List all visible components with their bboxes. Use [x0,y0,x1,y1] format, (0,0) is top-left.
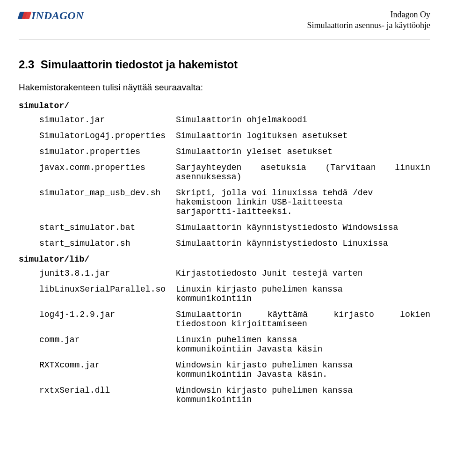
company-name: Indagon Oy [307,9,430,20]
file-row: log4j-1.2.9.jar Simulaattorin käyttämä k… [39,310,430,329]
file-desc: Linuxin kirjasto puhelimen kanssa kommun… [176,285,430,303]
header-meta: Indagon Oy Simulaattorin asennus- ja käy… [307,9,430,30]
file-name: log4j-1.2.9.jar [39,310,176,319]
file-desc: Kirjastotiedosto Junit testejä varten [176,269,430,278]
file-list-simulator: simulator.jar Simulaattorin ohjelmakoodi… [19,115,430,248]
file-name: SimulatorLog4j.properties [39,131,176,140]
file-desc: Skripti, jolla voi linuxissa tehdä /dev … [176,188,430,216]
file-row: start_simulator.sh Simulaattorin käynnis… [39,239,430,248]
file-row: simulator_map_usb_dev.sh Skripti, jolla … [39,188,430,216]
file-desc: Windowsin kirjasto puhelimen kanssa komm… [176,360,430,379]
logo-mark-icon [19,12,30,20]
header-divider [19,39,430,39]
section-number: 2.3 [19,58,34,71]
document-title: Simulaattorin asennus- ja käyttöohje [307,20,430,31]
file-desc: Linuxin puhelimen kanssa kommunikointiin… [176,335,430,354]
file-row: start_simulator.bat Simulaattorin käynni… [39,223,430,232]
file-name: javax.comm.properties [39,163,176,172]
file-row: javax.comm.properties Sarjayhteyden aset… [39,163,430,182]
file-name: simulator.jar [39,115,176,124]
file-row: junit3.8.1.jar Kirjastotiedosto Junit te… [39,269,430,278]
file-name: start_simulator.bat [39,223,176,232]
file-name: simulator.properties [39,147,176,156]
file-desc: Sarjayhteyden asetuksia (Tarvitaan linux… [176,163,430,182]
file-name: libLinuxSerialParallel.so [39,285,176,294]
file-desc: Simulaattorin käynnistystiedosto Windows… [176,223,430,232]
file-desc: Simulaattorin ohjelmakoodi [176,115,430,124]
page-header: INDAGON Indagon Oy Simulaattorin asennus… [19,9,430,36]
file-name: start_simulator.sh [39,239,176,248]
file-row: simulator.properties Simulaattorin yleis… [39,147,430,156]
file-desc: Simulaattorin käyttämä kirjasto lokien t… [176,310,430,329]
file-name: junit3.8.1.jar [39,269,176,278]
file-name: RXTXcomm.jar [39,360,176,370]
file-desc: Simulaattorin käynnistystiedosto Linuxis… [176,239,430,248]
file-desc: Simulaattorin yleiset asetukset [176,147,430,156]
dir-simulator: simulator/ [19,101,430,110]
file-row: rxtxSerial.dll Windowsin kirjasto puheli… [39,386,430,404]
file-list-simulator-lib: junit3.8.1.jar Kirjastotiedosto Junit te… [19,269,430,404]
section-heading: 2.3 Simulaattorin tiedostot ja hakemisto… [19,58,430,71]
file-row: RXTXcomm.jar Windowsin kirjasto puhelime… [39,360,430,379]
section-intro: Hakemistorakenteen tulisi näyttää seuraa… [19,82,430,93]
file-desc: Windowsin kirjasto puhelimen kanssa komm… [176,386,430,404]
file-name: rxtxSerial.dll [39,386,176,395]
file-row: simulator.jar Simulaattorin ohjelmakoodi [39,115,430,124]
logo: INDAGON [19,9,84,22]
file-row: libLinuxSerialParallel.so Linuxin kirjas… [39,285,430,303]
dir-simulator-lib: simulator/lib/ [19,255,430,264]
file-name: simulator_map_usb_dev.sh [39,188,176,198]
section-title: Simulaattorin tiedostot ja hakemistot [41,58,238,71]
logo-text: INDAGON [31,9,84,22]
file-desc: Simulaattorin logituksen asetukset [176,131,430,140]
file-row: SimulatorLog4j.properties Simulaattorin … [39,131,430,140]
file-row: comm.jar Linuxin puhelimen kanssa kommun… [39,335,430,354]
file-name: comm.jar [39,335,176,344]
